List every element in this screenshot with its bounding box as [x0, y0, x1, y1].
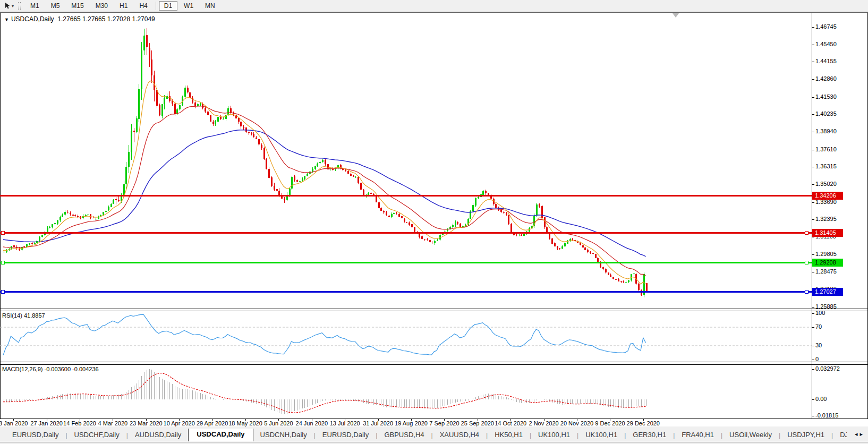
price-axis-tick	[812, 62, 814, 62]
timeframe-button-w1[interactable]: W1	[178, 1, 199, 11]
price-chart-canvas[interactable]	[0, 13, 812, 308]
date-axis-label: 31 Jul 2020	[363, 420, 393, 426]
chart-tab-usdcad-daily[interactable]: USDCAD,Daily	[188, 429, 253, 441]
price-axis-label: 1.44155	[815, 58, 837, 64]
price-axis-border	[812, 13, 812, 419]
toolbar-separator	[156, 2, 156, 10]
chart-tab-uk100-h1[interactable]: UK100,H1	[578, 429, 624, 441]
price-axis-label: 1.35020	[815, 181, 837, 187]
macd-axis-label: 0.00	[815, 396, 827, 402]
timeframe-button-mn[interactable]: MN	[200, 1, 220, 11]
timeframe-button-m5[interactable]: M5	[46, 1, 65, 11]
macd-axis-label: -0.01815	[815, 412, 838, 419]
chart-symbol-label: USDCAD,Daily	[11, 15, 54, 23]
timeframe-button-m30[interactable]: M30	[90, 1, 113, 11]
price-axis-tick	[812, 202, 814, 203]
rsi-axis-label: 30	[815, 342, 822, 348]
price-axis-tick	[812, 150, 814, 150]
price-axis-tick	[812, 167, 814, 167]
timeframe-button-h4[interactable]: H4	[134, 1, 152, 11]
rsi-axis-tick	[812, 313, 814, 314]
shift-marker-icon[interactable]	[673, 13, 679, 18]
price-line-badge: 1.31405	[812, 229, 843, 237]
pane-divider[interactable]	[0, 309, 868, 309]
chart-tab-fra40-h1[interactable]: FRA40,H1	[675, 429, 721, 441]
timeframe-button-m1[interactable]: M1	[25, 1, 45, 11]
price-axis-label: 1.45450	[815, 41, 837, 47]
horizontal-line[interactable]	[0, 262, 812, 263]
timeframe-button-h1[interactable]: H1	[114, 1, 133, 11]
timeframe-toolbar: ▾ M1M5M15M30H1H4D1W1MN	[0, 0, 868, 12]
price-axis-tick	[812, 132, 814, 132]
chart-tab-xauusd-h4[interactable]: XAUUSD,H4	[433, 429, 486, 441]
chart-tab-eurusd-daily[interactable]: EURUSD,Daily	[316, 429, 376, 441]
rsi-chart-canvas[interactable]	[0, 311, 812, 361]
rsi-axis-label: 0	[815, 356, 819, 362]
date-axis-label: 23 Mar 2020	[130, 420, 163, 426]
date-axis-label: 7 Sep 2020	[429, 420, 459, 426]
date-axis-label: 24 Jun 2020	[296, 420, 328, 426]
date-axis-label: 19 Aug 2020	[395, 420, 428, 426]
line-handle[interactable]	[1, 231, 5, 235]
date-axis-label: 25 Sep 2020	[461, 420, 494, 426]
price-axis-label: 1.28475	[815, 268, 837, 275]
date-axis-label: 5 Jun 2020	[264, 420, 293, 426]
horizontal-line[interactable]	[0, 195, 812, 197]
price-axis-tick	[812, 184, 814, 185]
chart-tab-uk100-h1[interactable]: UK100,H1	[531, 429, 577, 441]
chart-tab-usoil-weekly[interactable]: USOil,Weekly	[722, 429, 779, 441]
price-axis-tick	[812, 219, 814, 220]
timeframe-button-m15[interactable]: M15	[66, 1, 89, 11]
toolbar-grip[interactable]	[18, 2, 21, 10]
price-axis-tick	[812, 114, 814, 115]
date-axis-label: 29 Apr 2020	[197, 420, 228, 426]
price-axis-label: 1.25885	[815, 303, 837, 310]
chart-tab-hk50-h1[interactable]: HK50,H1	[488, 429, 530, 441]
macd-axis-tick	[812, 369, 814, 370]
price-axis-label: 1.40235	[815, 110, 837, 117]
price-axis-tick	[812, 254, 814, 255]
date-axis-label: 18 May 2020	[228, 420, 262, 426]
line-handle[interactable]	[805, 231, 809, 235]
chevron-down-icon: ▾	[12, 4, 14, 8]
chart-tab-gbpusd-h4[interactable]: GBPUSD,H4	[377, 429, 431, 441]
chart-tab-dj30-daily[interactable]: DJ30,Daily	[833, 429, 847, 441]
macd-axis-tick	[812, 416, 814, 416]
price-axis-label: 1.41530	[815, 93, 837, 100]
date-axis-label: 14 Feb 2020	[63, 420, 96, 426]
timeframe-button-d1[interactable]: D1	[159, 1, 177, 11]
date-axis-label: 9 Dec 2020	[595, 420, 625, 426]
chart-bottom-border	[0, 419, 868, 419]
horizontal-line[interactable]	[0, 291, 812, 293]
cursor-tool-button[interactable]: ▾	[3, 1, 15, 11]
price-axis-label: 1.46745	[815, 23, 837, 30]
price-axis-label: 1.36315	[815, 163, 837, 169]
horizontal-line[interactable]	[0, 232, 812, 234]
pane-divider[interactable]	[0, 362, 868, 362]
line-handle[interactable]	[805, 261, 809, 264]
line-handle[interactable]	[1, 290, 5, 294]
chart-tab-usdchf-daily[interactable]: USDCHF,Daily	[67, 429, 126, 441]
price-axis-tick	[812, 97, 814, 98]
chart-title: ▼USDCAD,Daily 1.27665 1.27665 1.27028 1.…	[4, 15, 155, 23]
macd-axis-tick	[812, 399, 814, 400]
chart-tab-usdjpy-h1[interactable]: USDJPY,H1	[780, 429, 831, 441]
chart-ohlc-values: 1.27665 1.27665 1.27028 1.27049	[57, 15, 155, 23]
price-axis-label: 1.42860	[815, 75, 837, 82]
chart-tab-audusd-daily[interactable]: AUDUSD,Daily	[128, 429, 188, 441]
triangle-down-icon: ▼	[4, 17, 9, 22]
date-axis-label: 4 Mar 2020	[98, 420, 128, 426]
macd-chart-canvas[interactable]	[0, 365, 812, 418]
price-axis-tick	[812, 272, 814, 272]
line-handle[interactable]	[1, 261, 5, 264]
price-axis-tick	[812, 45, 814, 45]
price-line-badge: 1.27027	[812, 288, 843, 296]
date-axis-label: 8 Jan 2020	[0, 420, 28, 426]
chart-tab-usdcnh-daily[interactable]: USDCNH,Daily	[253, 429, 314, 441]
chart-tab-ger30-h1[interactable]: GER30,H1	[626, 429, 673, 441]
rsi-axis-tick	[812, 327, 814, 328]
chart-tab-eurusd-daily[interactable]: EURUSD,Daily	[5, 429, 65, 441]
line-handle[interactable]	[805, 290, 809, 294]
tab-scroll-right-icon[interactable]: ▸	[860, 431, 865, 437]
tab-underline	[0, 442, 868, 442]
